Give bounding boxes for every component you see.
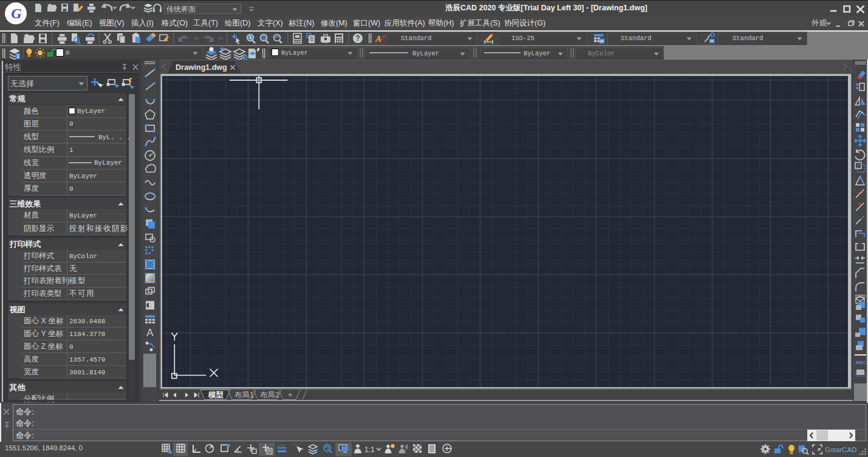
- svg-text:ABC: ABC: [855, 360, 866, 365]
- svg-text:?: ?: [355, 34, 360, 43]
- svg-text:GstarCAD: GstarCAD: [825, 446, 856, 453]
- svg-text:A: A: [375, 34, 381, 44]
- svg-text:A: A: [146, 327, 154, 338]
- svg-text:1:1: 1:1: [364, 445, 375, 454]
